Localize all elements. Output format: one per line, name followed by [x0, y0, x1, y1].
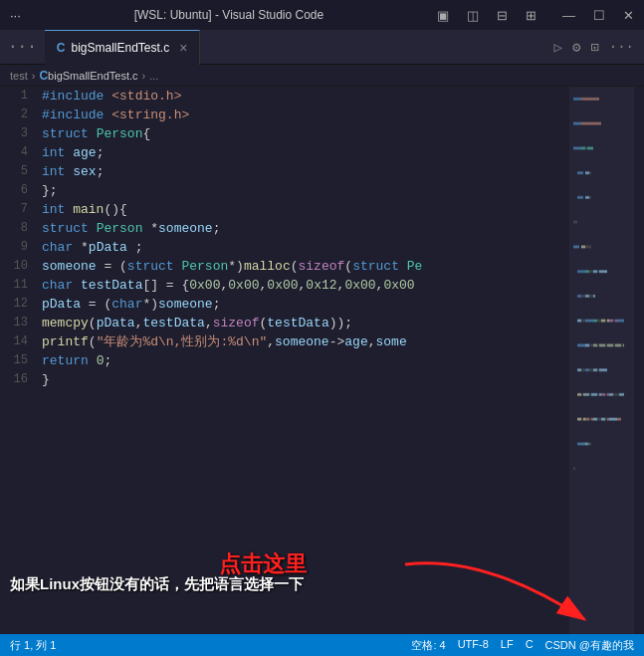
code-line: 3struct Person{ [0, 124, 569, 143]
line-content: pData = (char*)someone; [38, 295, 569, 314]
code-line: 2#include <string.h> [0, 106, 569, 124]
line-content: struct Person *someone; [38, 219, 569, 238]
line-content: }; [38, 181, 569, 200]
code-line: 14 printf("年龄为%d\n,性别为:%d\n",someone->ag… [0, 332, 569, 351]
gear-icon[interactable]: ⚙ [572, 39, 580, 56]
code-line: 1#include <stdio.h> [0, 87, 569, 106]
line-number: 5 [0, 162, 38, 181]
line-content: char testData[] = {0x00,0x00,0x00,0x12,0… [38, 276, 569, 295]
line-number: 6 [0, 181, 38, 200]
line-content: int main(){ [38, 200, 569, 219]
code-line: 16} [0, 370, 569, 389]
run-icon[interactable]: ▷ [553, 39, 561, 56]
line-content: int age; [38, 143, 569, 162]
status-spaces[interactable]: 空格: 4 [411, 638, 445, 653]
status-language[interactable]: C [526, 638, 534, 653]
breadcrumb-more[interactable]: ... [149, 70, 158, 82]
breadcrumb-filename[interactable]: bigSmallEndTest.c [48, 70, 138, 82]
line-number: 16 [0, 370, 38, 389]
status-encoding[interactable]: UTF-8 [458, 638, 489, 653]
code-line: 4 int age; [0, 143, 569, 162]
titlebar-title: [WSL: Ubuntu] - Visual Studio Code [21, 8, 437, 22]
code-line: 7int main(){ [0, 200, 569, 219]
split-icon[interactable]: ⊡ [590, 39, 598, 56]
tab-close-button[interactable]: × [179, 40, 187, 56]
status-eol[interactable]: LF [501, 638, 514, 653]
tabbar: ··· C bigSmallEndTest.c × ▷ ⚙ ⊡ ··· [0, 30, 644, 65]
code-line: 8 struct Person *someone; [0, 219, 569, 238]
close-button[interactable]: ✕ [623, 8, 634, 23]
statusbar: 行 1, 列 1 空格: 4 UTF-8 LF C CSDN @有趣的我 [0, 634, 644, 656]
statusbar-right: 空格: 4 UTF-8 LF C CSDN @有趣的我 [411, 638, 634, 653]
line-number: 8 [0, 219, 38, 238]
status-position[interactable]: 行 1, 列 1 [10, 638, 56, 653]
tab-filename: bigSmallEndTest.c [71, 41, 169, 55]
c-file-icon: C [57, 41, 66, 55]
line-number: 2 [0, 106, 38, 124]
code-editor[interactable]: 1#include <stdio.h>2#include <string.h>3… [0, 87, 569, 634]
code-line: 5 int sex; [0, 162, 569, 181]
main-area: 1#include <stdio.h>2#include <string.h>3… [0, 87, 644, 634]
tab-actions: ▷ ⚙ ⊡ ··· [553, 39, 644, 56]
more-icon[interactable]: ··· [609, 39, 634, 56]
breadcrumb-sep1: › [32, 70, 36, 82]
layout-icon1[interactable]: ▣ [437, 8, 449, 23]
line-content: printf("年龄为%d\n,性别为:%d\n",someone->age,s… [38, 332, 569, 351]
line-number: 15 [0, 351, 38, 370]
line-number: 7 [0, 200, 38, 219]
breadcrumb-c-icon: C [39, 69, 48, 83]
line-content: int sex; [38, 162, 569, 181]
breadcrumb-test[interactable]: test [10, 70, 28, 82]
tab-bigsmallendtest[interactable]: C bigSmallEndTest.c × [45, 30, 201, 65]
scrollbar[interactable] [634, 87, 644, 634]
code-line: 6}; [0, 181, 569, 200]
line-content: #include <string.h> [38, 106, 569, 124]
code-line: 10 someone = (struct Person*)malloc(size… [0, 257, 569, 276]
breadcrumb-sep2: › [142, 70, 146, 82]
status-user[interactable]: CSDN @有趣的我 [545, 638, 634, 653]
layout-icon3[interactable]: ⊟ [497, 8, 508, 23]
menu-dots[interactable]: ··· [10, 8, 21, 23]
code-line: 15 return 0; [0, 351, 569, 370]
maximize-button[interactable]: ☐ [593, 8, 605, 23]
code-line: 12 pData = (char*)someone; [0, 295, 569, 314]
line-content: return 0; [38, 351, 569, 370]
tab-more-button[interactable]: ··· [0, 38, 45, 56]
line-number: 9 [0, 238, 38, 257]
line-content: #include <stdio.h> [38, 87, 569, 106]
line-number: 12 [0, 295, 38, 314]
line-content: struct Person{ [38, 124, 569, 143]
minimap-canvas [569, 87, 634, 634]
window-controls: ▣ ◫ ⊟ ⊞ — ☐ ✕ [437, 8, 634, 23]
titlebar-left: ··· [10, 8, 21, 23]
layout-icon2[interactable]: ◫ [467, 8, 479, 23]
line-content: } [38, 370, 569, 389]
breadcrumb: test › C bigSmallEndTest.c › ... [0, 65, 644, 87]
minimize-button[interactable]: — [562, 8, 575, 23]
minimap [569, 87, 634, 634]
line-content: char *pData ; [38, 238, 569, 257]
line-content: someone = (struct Person*)malloc(sizeof(… [38, 257, 569, 276]
code-line: 11 char testData[] = {0x00,0x00,0x00,0x1… [0, 276, 569, 295]
line-number: 13 [0, 314, 38, 332]
line-number: 3 [0, 124, 38, 143]
code-line: 9 char *pData ; [0, 238, 569, 257]
titlebar: ··· [WSL: Ubuntu] - Visual Studio Code ▣… [0, 0, 644, 30]
line-number: 10 [0, 257, 38, 276]
line-number: 11 [0, 276, 38, 295]
line-content: memcpy(pData,testData,sizeof(testData)); [38, 314, 569, 332]
layout-icon4[interactable]: ⊞ [526, 8, 537, 23]
line-number: 1 [0, 87, 38, 106]
line-number: 4 [0, 143, 38, 162]
code-line: 13 memcpy(pData,testData,sizeof(testData… [0, 314, 569, 332]
line-number: 14 [0, 332, 38, 351]
